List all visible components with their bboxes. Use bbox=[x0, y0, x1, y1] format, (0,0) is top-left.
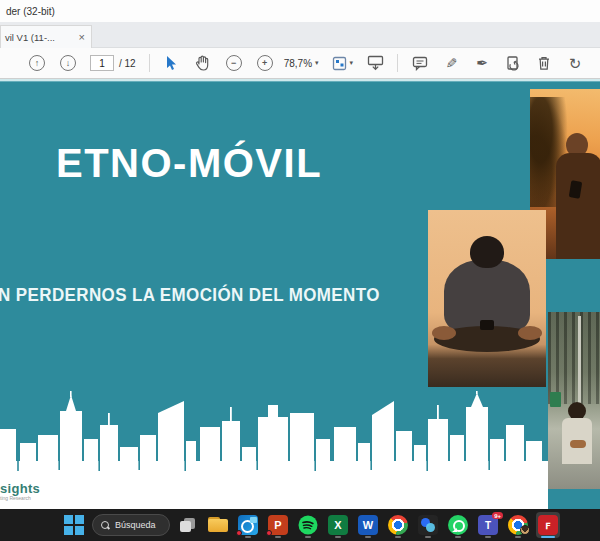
webex-button[interactable] bbox=[416, 512, 440, 538]
comment-bubble-icon bbox=[412, 56, 428, 71]
zoom-in-button[interactable]: + bbox=[256, 51, 274, 75]
zoom-out-button[interactable]: − bbox=[225, 51, 243, 75]
buildings bbox=[548, 312, 600, 404]
page-display-dropdown[interactable]: ▾ bbox=[332, 51, 354, 75]
select-tool-button[interactable] bbox=[163, 51, 181, 75]
street-pole bbox=[578, 316, 581, 416]
running-indicator bbox=[515, 536, 521, 538]
webex-icon bbox=[418, 515, 438, 535]
whatsapp-button[interactable] bbox=[446, 512, 470, 538]
whatsapp-icon bbox=[448, 515, 468, 535]
powerpoint-button[interactable]: P bbox=[266, 512, 290, 538]
excel-icon: X bbox=[328, 515, 348, 535]
window-title: der (32-bit) bbox=[6, 6, 55, 17]
running-indicator bbox=[335, 536, 341, 538]
page-down-icon: ↓ bbox=[60, 55, 76, 71]
windows-logo-icon bbox=[64, 515, 84, 535]
phone bbox=[480, 320, 494, 330]
tab-close-icon[interactable]: × bbox=[79, 32, 85, 43]
refresh-icon: ↻ bbox=[569, 56, 582, 71]
page-display-icon bbox=[332, 56, 347, 71]
notification-dot bbox=[266, 530, 272, 536]
excel-button[interactable]: X bbox=[326, 512, 350, 538]
active-window-indicator bbox=[541, 536, 555, 539]
highlight-button[interactable]: ✎ bbox=[442, 51, 460, 75]
word-icon: W bbox=[358, 515, 378, 535]
teams-button[interactable]: T 9+ bbox=[476, 512, 500, 538]
company-logo: sights ting Research bbox=[0, 482, 40, 501]
slide-subtitle: IN PERDERNOS LA EMOCIÓN DEL MOMENTO bbox=[0, 285, 380, 306]
running-indicator bbox=[305, 536, 311, 538]
zoom-level-value: 78,7% bbox=[284, 58, 312, 69]
trash-icon bbox=[537, 55, 551, 71]
knee bbox=[518, 326, 542, 340]
logo-text: sights bbox=[0, 482, 40, 495]
read-mode-icon bbox=[367, 55, 384, 71]
hoodie-person-with-phone-photo bbox=[428, 210, 546, 387]
tab-strip: vil V1 (11-... × bbox=[0, 22, 600, 48]
page-top-edge-shadow bbox=[0, 81, 600, 82]
pencil-icon: ✎ bbox=[444, 57, 458, 69]
screen: der (32-bit) vil V1 (11-... × ↑ ↓ / 12 bbox=[0, 0, 600, 541]
person-body bbox=[556, 153, 600, 259]
notification-dot bbox=[236, 530, 242, 536]
chevron-down-icon: ▾ bbox=[350, 59, 354, 67]
fill-sign-button[interactable]: ✒ bbox=[473, 51, 491, 75]
running-indicator bbox=[275, 536, 281, 538]
toolbar-separator bbox=[397, 54, 398, 72]
document-tab[interactable]: vil V1 (11-... × bbox=[0, 25, 92, 48]
page-number-input[interactable] bbox=[90, 55, 114, 71]
running-indicator bbox=[455, 536, 461, 538]
chevron-down-icon: ▾ bbox=[315, 59, 319, 67]
running-indicator bbox=[485, 536, 491, 538]
start-button[interactable] bbox=[62, 512, 86, 538]
tab-label: vil V1 (11-... bbox=[5, 32, 55, 43]
task-view-button[interactable] bbox=[176, 512, 200, 538]
hand-tool-icon bbox=[195, 55, 210, 71]
running-indicator bbox=[395, 536, 401, 538]
acrobat-button[interactable]: ꜰ bbox=[536, 512, 560, 538]
teams-badge: 9+ bbox=[492, 512, 503, 519]
windows-taskbar: Búsqueda P bbox=[0, 509, 600, 541]
child-arm bbox=[570, 440, 586, 448]
zoom-in-icon: + bbox=[257, 55, 273, 71]
acrobat-toolbar: ↑ ↓ / 12 − + 78, bbox=[0, 48, 600, 79]
search-icon bbox=[101, 521, 110, 530]
word-button[interactable]: W bbox=[356, 512, 380, 538]
send-page-icon bbox=[505, 55, 521, 71]
outlook-button[interactable] bbox=[236, 512, 260, 538]
running-indicator bbox=[245, 536, 251, 538]
search-label: Búsqueda bbox=[115, 520, 156, 530]
page-up-button[interactable]: ↑ bbox=[28, 51, 46, 75]
delete-button[interactable] bbox=[535, 51, 553, 75]
toolbar-separator bbox=[149, 54, 150, 72]
read-mode-button[interactable] bbox=[366, 51, 384, 75]
zoom-level-dropdown[interactable]: 78,7% ▾ bbox=[284, 51, 319, 75]
zoom-out-icon: − bbox=[226, 55, 242, 71]
page-up-icon: ↑ bbox=[29, 55, 45, 71]
taskbar-search[interactable]: Búsqueda bbox=[92, 514, 170, 536]
chrome-profile-button[interactable] bbox=[506, 512, 530, 538]
window-titlebar: der (32-bit) bbox=[0, 0, 600, 22]
cursor-arrow-icon bbox=[165, 55, 178, 71]
page-total-label: / 12 bbox=[119, 58, 136, 69]
city-skyline-silhouette bbox=[0, 391, 548, 509]
spotify-icon bbox=[298, 515, 318, 535]
knee bbox=[432, 326, 456, 340]
comment-button[interactable] bbox=[411, 51, 429, 75]
file-explorer-button[interactable] bbox=[206, 512, 230, 538]
slide-title: ETNO-MÓVIL bbox=[56, 141, 322, 186]
page-down-button[interactable]: ↓ bbox=[59, 51, 77, 75]
acrobat-icon: ꜰ bbox=[538, 515, 558, 535]
spotify-button[interactable] bbox=[296, 512, 320, 538]
running-indicator bbox=[365, 536, 371, 538]
folder-icon bbox=[208, 517, 228, 533]
hand-tool-button[interactable] bbox=[194, 51, 212, 75]
share-button[interactable] bbox=[504, 51, 522, 75]
refresh-button[interactable]: ↻ bbox=[566, 51, 584, 75]
running-indicator bbox=[425, 536, 431, 538]
green-bin bbox=[550, 392, 561, 407]
pdf-document-viewport[interactable]: ETNO-MÓVIL IN PERDERNOS LA EMOCIÓN DEL M… bbox=[0, 79, 600, 509]
logo-tagline: ting Research bbox=[0, 496, 40, 501]
chrome-button[interactable] bbox=[386, 512, 410, 538]
